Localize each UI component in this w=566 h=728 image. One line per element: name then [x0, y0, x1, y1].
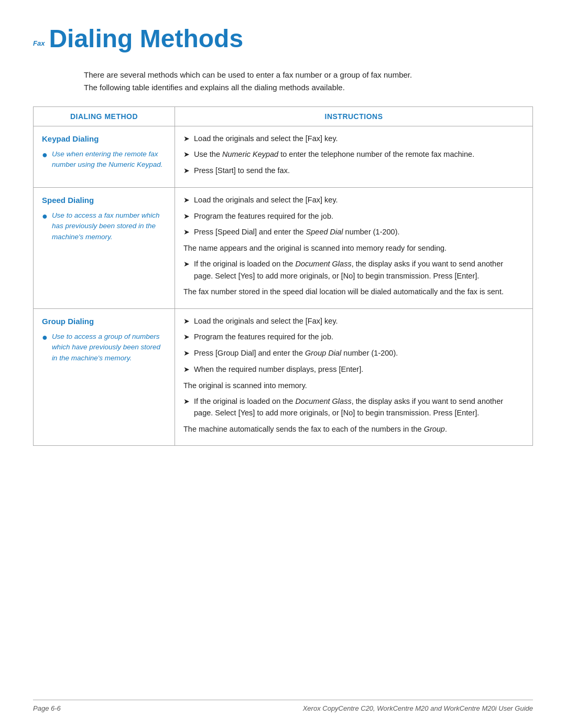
page-footer: Page 6-6 Xerox CopyCentre C20, WorkCentr…	[33, 700, 533, 712]
instruction-text: Load the originals and select the [Fax] …	[194, 194, 338, 206]
dialing-table: DIALING METHOD INSTRUCTIONS Keypad Diali…	[33, 106, 533, 446]
page-header: Fax Dialing Methods	[0, 0, 566, 53]
method-cell-group: Group Dialing ● Use to access a group of…	[34, 308, 175, 446]
method-note-text-group: Use to access a group of numbers which h…	[52, 331, 166, 363]
instruction-item: ➤ Load the originals and select the [Fax…	[183, 315, 524, 327]
arrow-icon: ➤	[183, 348, 190, 359]
method-cell-keypad: Keypad Dialing ● Use when entering the r…	[34, 126, 175, 187]
instruction-text: Use the Numeric Keypad to enter the tele…	[194, 148, 474, 160]
fax-label: Fax	[33, 40, 45, 47]
table-row: Keypad Dialing ● Use when entering the r…	[34, 126, 533, 187]
instruction-text: Press [Group Dial] and enter the Group D…	[194, 347, 398, 359]
instruction-item: ➤ Load the originals and select the [Fax…	[183, 133, 524, 145]
instruction-text: Load the originals and select the [Fax] …	[194, 315, 338, 327]
instruction-text: If the original is loaded on the Documen…	[194, 258, 524, 282]
instruction-item: ➤ Press [Speed Dial] and enter the Speed…	[183, 226, 524, 238]
plain-instruction: The machine automatically sends the fax …	[183, 423, 524, 435]
intro-line2: The following table identifies and expla…	[84, 81, 533, 94]
method-note-group: ● Use to access a group of numbers which…	[42, 331, 166, 363]
instruction-item: ➤ When the required number displays, pre…	[183, 363, 524, 376]
arrow-icon: ➤	[183, 364, 190, 376]
instruction-item: ➤ Use the Numeric Keypad to enter the te…	[183, 148, 524, 160]
instruction-item: ➤ Program the features required for the …	[183, 331, 524, 343]
bullet-icon: ●	[42, 330, 48, 345]
instruction-item: ➤ If the original is loaded on the Docum…	[183, 258, 524, 282]
instruction-text: Press [Speed Dial] and enter the Speed D…	[194, 226, 400, 238]
instruction-text: Program the features required for the jo…	[194, 331, 333, 342]
intro-text: There are several methods which can be u…	[84, 69, 533, 94]
instruction-text: Press [Start] to send the fax.	[194, 165, 290, 176]
instructions-cell-keypad: ➤ Load the originals and select the [Fax…	[175, 126, 533, 187]
instruction-item: ➤ Press [Group Dial] and enter the Group…	[183, 347, 524, 359]
intro-line1: There are several methods which can be u…	[84, 69, 533, 81]
instructions-cell-speed: ➤ Load the originals and select the [Fax…	[175, 187, 533, 308]
method-cell-speed: Speed Dialing ● Use to access a fax numb…	[34, 187, 175, 308]
bullet-icon: ●	[42, 148, 48, 163]
instruction-text: If the original is loaded on the Documen…	[194, 395, 524, 419]
method-note-speed: ● Use to access a fax number which has p…	[42, 210, 166, 242]
arrow-icon: ➤	[183, 133, 190, 145]
plain-instruction: The name appears and the original is sca…	[183, 242, 524, 254]
footer-page: Page 6-6	[33, 704, 61, 712]
plain-instruction: The original is scanned into memory.	[183, 380, 524, 391]
arrow-icon: ➤	[183, 165, 190, 177]
arrow-icon: ➤	[183, 316, 190, 327]
method-note-keypad: ● Use when entering the remote fax numbe…	[42, 149, 166, 170]
method-note-text-speed: Use to access a fax number which has pre…	[52, 210, 166, 242]
instruction-item: ➤ Program the features required for the …	[183, 210, 524, 222]
col-instructions-header: INSTRUCTIONS	[175, 106, 533, 126]
method-title-speed: Speed Dialing	[42, 194, 166, 206]
table-row: Speed Dialing ● Use to access a fax numb…	[34, 187, 533, 308]
arrow-icon: ➤	[183, 227, 190, 238]
arrow-icon: ➤	[183, 396, 190, 408]
page-container: Fax Dialing Methods There are several me…	[0, 0, 566, 728]
footer-guide-title: Xerox CopyCentre C20, WorkCentre M20 and…	[303, 704, 533, 712]
plain-instruction: The fax number stored in the speed dial …	[183, 286, 524, 297]
arrow-icon: ➤	[183, 149, 190, 160]
instructions-cell-group: ➤ Load the originals and select the [Fax…	[175, 308, 533, 446]
method-title-group: Group Dialing	[42, 315, 166, 327]
instruction-item: ➤ Press [Start] to send the fax.	[183, 165, 524, 177]
arrow-icon: ➤	[183, 331, 190, 343]
method-title-keypad: Keypad Dialing	[42, 133, 166, 145]
arrow-icon: ➤	[183, 211, 190, 222]
method-note-text-keypad: Use when entering the remote fax number …	[52, 149, 166, 170]
table-row: Group Dialing ● Use to access a group of…	[34, 308, 533, 446]
page-title: Dialing Methods	[49, 25, 243, 53]
instruction-text: Load the originals and select the [Fax] …	[194, 133, 338, 144]
instruction-text: Program the features required for the jo…	[194, 210, 333, 222]
instruction-item: ➤ Load the originals and select the [Fax…	[183, 194, 524, 206]
bullet-icon: ●	[42, 209, 48, 224]
arrow-icon: ➤	[183, 195, 190, 206]
col-method-header: DIALING METHOD	[34, 106, 175, 126]
instruction-text: When the required number displays, press…	[194, 363, 363, 375]
arrow-icon: ➤	[183, 259, 190, 270]
instruction-item: ➤ If the original is loaded on the Docum…	[183, 395, 524, 419]
